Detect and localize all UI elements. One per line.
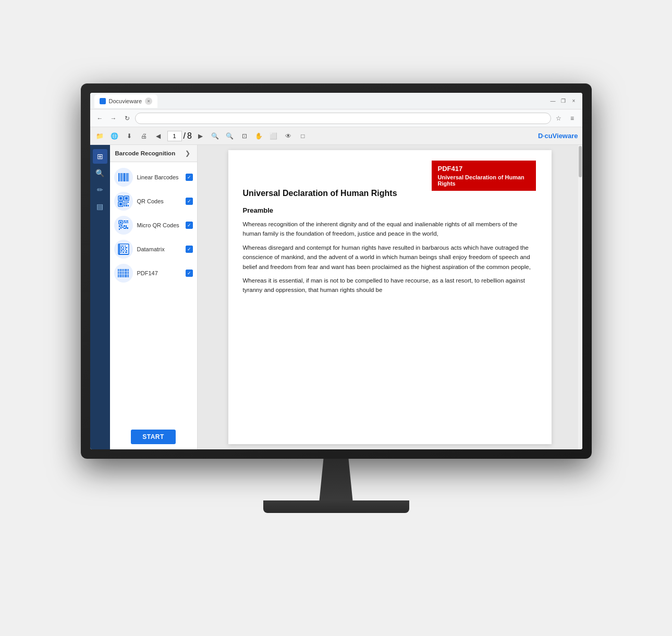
minimize-button[interactable]: —: [549, 97, 557, 105]
svg-rect-39: [119, 244, 120, 254]
svg-rect-42: [122, 246, 124, 247]
svg-rect-48: [122, 249, 124, 250]
panel-title: Barcode Recognition: [115, 150, 176, 156]
svg-rect-64: [128, 269, 129, 277]
hand-icon[interactable]: ✋: [253, 130, 265, 142]
sidebar-icon-grid[interactable]: ⊞: [93, 149, 107, 164]
close-button[interactable]: ×: [570, 97, 578, 105]
svg-rect-19: [124, 205, 125, 206]
back-button[interactable]: ←: [94, 113, 106, 124]
datamatrix-icon: [114, 240, 133, 259]
svg-rect-26: [124, 222, 125, 223]
svg-rect-15: [126, 202, 127, 203]
menu-icon[interactable]: ≡: [567, 113, 578, 124]
svg-rect-33: [119, 228, 120, 230]
svg-rect-47: [120, 249, 121, 250]
datamatrix-svg: [117, 243, 130, 255]
reload-button[interactable]: ↻: [121, 113, 133, 124]
svg-rect-32: [122, 227, 124, 228]
svg-rect-27: [125, 222, 127, 223]
tab-favicon: [100, 98, 106, 104]
sidebar-icon-search[interactable]: 🔍: [93, 166, 107, 180]
svg-rect-61: [124, 269, 125, 277]
barcode-panel: Barcode Recognition ❯: [110, 145, 198, 449]
zoom-in-icon[interactable]: 🔍: [224, 130, 236, 142]
svg-rect-55: [125, 252, 127, 253]
svg-rect-52: [126, 250, 127, 251]
window-controls: — ❐ ×: [549, 97, 578, 105]
svg-rect-30: [120, 225, 123, 226]
pdf417-badge-text: Universal Declaration of Human Rights: [438, 174, 530, 187]
barcode-item-datamatrix[interactable]: Datamatrix ✓: [110, 237, 197, 261]
qr-code-icon: [114, 192, 133, 211]
document-paragraph-1: Whereas disregard and contempt for human…: [243, 243, 537, 272]
pdf147-checkbox[interactable]: ✓: [186, 270, 193, 277]
eye-icon[interactable]: 👁: [283, 130, 294, 142]
print-icon[interactable]: 🖨: [138, 130, 150, 142]
linear-barcode-checkbox[interactable]: ✓: [186, 174, 193, 181]
scrollbar-thumb: [579, 146, 582, 177]
svg-rect-9: [119, 197, 122, 200]
svg-rect-5: [126, 173, 126, 181]
document-content-area: PDF417 Universal Declaration of Human Ri…: [198, 145, 582, 449]
svg-rect-13: [119, 203, 122, 205]
bookmark-icon[interactable]: ☆: [553, 113, 565, 124]
select-icon[interactable]: ⬜: [268, 130, 279, 142]
sidebar-icon-barcode[interactable]: ▤: [93, 199, 107, 214]
micro-qr-checkbox[interactable]: ✓: [186, 222, 193, 229]
svg-rect-43: [125, 246, 126, 247]
restore-button[interactable]: ❐: [559, 97, 568, 105]
barcode-item-qr[interactable]: QR Codes ✓: [110, 189, 197, 213]
svg-rect-40: [119, 254, 128, 255]
zoom-out-icon[interactable]: 🔍: [210, 130, 221, 142]
address-bar[interactable]: [135, 113, 551, 124]
page-number-input[interactable]: [167, 131, 182, 141]
svg-rect-28: [127, 222, 128, 223]
logo-text: D·cuVieware: [538, 132, 578, 140]
next-page-icon[interactable]: ▶: [195, 130, 206, 142]
page-navigation: / 8: [167, 131, 192, 141]
forward-button[interactable]: →: [108, 113, 119, 124]
svg-rect-62: [125, 269, 127, 277]
document-paragraph-0: Whereas recognition of the inherent dign…: [243, 219, 537, 239]
svg-rect-16: [127, 202, 129, 203]
svg-rect-1: [120, 173, 120, 181]
svg-rect-66: [118, 274, 129, 275]
start-button-container: START: [110, 424, 197, 449]
browser-tab[interactable]: Docuvieware ×: [94, 94, 158, 108]
qr-code-label: QR Codes: [137, 198, 181, 204]
pdf417-highlight-badge: PDF417 Universal Declaration of Human Ri…: [432, 161, 536, 191]
sidebar-icons: ⊞ 🔍 ✏ ▤: [90, 145, 110, 449]
svg-rect-41: [120, 246, 121, 247]
datamatrix-checkbox[interactable]: ✓: [186, 246, 193, 253]
svg-rect-29: [119, 225, 120, 227]
fit-icon[interactable]: ⊡: [239, 130, 250, 142]
main-area: ⊞ 🔍 ✏ ▤ Barcode Recognition ❯: [90, 145, 582, 449]
monitor-stand-base: [263, 500, 409, 513]
micro-qr-label: Micro QR Codes: [137, 222, 181, 228]
svg-rect-4: [124, 173, 125, 181]
download-icon[interactable]: ⬇: [124, 130, 135, 142]
svg-rect-35: [126, 225, 127, 228]
document-scrollbar[interactable]: [578, 145, 582, 449]
browser-toolbar: ← → ↻ ☆ ≡: [90, 109, 582, 127]
start-button[interactable]: START: [131, 430, 176, 444]
comment-icon[interactable]: □: [297, 130, 309, 142]
sidebar-icon-edit[interactable]: ✏: [93, 182, 107, 197]
folder-icon[interactable]: 📁: [94, 130, 106, 142]
pdf147-svg: [117, 267, 130, 279]
barcode-item-micro-qr[interactable]: Micro QR Codes ✓: [110, 213, 197, 237]
micro-qr-svg: [117, 219, 130, 231]
prev-page-icon[interactable]: ◀: [153, 130, 164, 142]
linear-barcode-icon: [114, 168, 133, 187]
barcode-list: Linear Barcodes ✓: [110, 162, 197, 424]
barcode-item-linear[interactable]: Linear Barcodes ✓: [110, 165, 197, 189]
monitor-wrapper: Docuvieware × — ❐ × ← → ↻ ☆ ≡: [50, 83, 623, 553]
barcode-item-pdf147[interactable]: PDF147 ✓: [110, 261, 197, 285]
qr-code-checkbox[interactable]: ✓: [186, 198, 193, 205]
tab-close-icon[interactable]: ×: [145, 97, 152, 105]
document-subtitle: Preamble: [243, 206, 537, 214]
globe-icon[interactable]: 🌐: [109, 130, 120, 142]
datamatrix-label: Datamatrix: [137, 246, 181, 252]
panel-close-button[interactable]: ❯: [184, 149, 192, 157]
